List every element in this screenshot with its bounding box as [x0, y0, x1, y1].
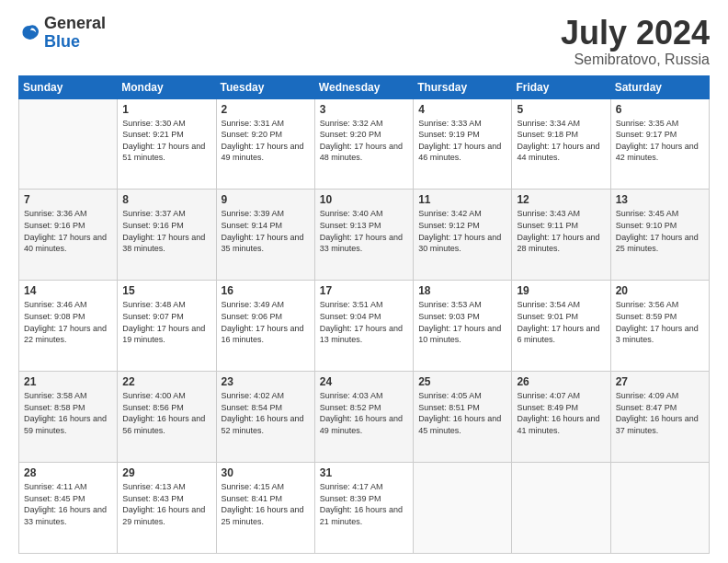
table-row: 15Sunrise: 3:48 AMSunset: 9:07 PMDayligh… [118, 281, 216, 372]
header-saturday: Saturday [610, 75, 709, 98]
day-info: Sunrise: 3:43 AMSunset: 9:11 PMDaylight:… [517, 208, 605, 254]
table-row: 21Sunrise: 3:58 AMSunset: 8:58 PMDayligh… [19, 372, 118, 463]
day-number: 10 [320, 193, 408, 206]
day-info: Sunrise: 3:56 AMSunset: 8:59 PMDaylight:… [616, 299, 704, 345]
day-number: 24 [320, 375, 408, 388]
day-info: Sunrise: 3:53 AMSunset: 9:03 PMDaylight:… [418, 299, 506, 345]
title-block: July 2024 Semibratovo, Russia [561, 15, 710, 68]
day-info: Sunrise: 4:15 AMSunset: 8:41 PMDaylight:… [222, 481, 310, 527]
day-info: Sunrise: 3:35 AMSunset: 9:17 PMDaylight:… [616, 118, 704, 164]
table-row [19, 98, 118, 190]
day-number: 6 [616, 103, 704, 116]
day-number: 23 [222, 375, 310, 388]
table-row [512, 463, 610, 554]
day-number: 21 [24, 375, 112, 388]
table-row: 18Sunrise: 3:53 AMSunset: 9:03 PMDayligh… [414, 281, 512, 372]
calendar-week-row: 28Sunrise: 4:11 AMSunset: 8:45 PMDayligh… [19, 463, 710, 554]
table-row [414, 463, 512, 554]
table-row: 20Sunrise: 3:56 AMSunset: 8:59 PMDayligh… [610, 281, 709, 372]
day-info: Sunrise: 3:31 AMSunset: 9:20 PMDaylight:… [222, 118, 310, 164]
day-number: 5 [517, 103, 605, 116]
day-number: 13 [616, 193, 704, 206]
day-info: Sunrise: 3:32 AMSunset: 9:20 PMDaylight:… [320, 118, 408, 164]
table-row: 19Sunrise: 3:54 AMSunset: 9:01 PMDayligh… [512, 281, 610, 372]
table-row: 3Sunrise: 3:32 AMSunset: 9:20 PMDaylight… [314, 98, 413, 190]
day-number: 15 [122, 284, 210, 297]
logo-icon [18, 22, 40, 44]
header-friday: Friday [512, 75, 610, 98]
day-number: 31 [320, 466, 408, 479]
table-row: 12Sunrise: 3:43 AMSunset: 9:11 PMDayligh… [512, 190, 610, 281]
table-row: 9Sunrise: 3:39 AMSunset: 9:14 PMDaylight… [216, 190, 314, 281]
day-number: 8 [122, 193, 210, 206]
day-number: 22 [122, 375, 210, 388]
table-row: 14Sunrise: 3:46 AMSunset: 9:08 PMDayligh… [19, 281, 118, 372]
calendar-week-row: 21Sunrise: 3:58 AMSunset: 8:58 PMDayligh… [19, 372, 710, 463]
table-row: 23Sunrise: 4:02 AMSunset: 8:54 PMDayligh… [216, 372, 314, 463]
table-row: 28Sunrise: 4:11 AMSunset: 8:45 PMDayligh… [19, 463, 118, 554]
table-row: 25Sunrise: 4:05 AMSunset: 8:51 PMDayligh… [414, 372, 512, 463]
table-row: 16Sunrise: 3:49 AMSunset: 9:06 PMDayligh… [216, 281, 314, 372]
table-row: 29Sunrise: 4:13 AMSunset: 8:43 PMDayligh… [118, 463, 216, 554]
calendar-week-row: 14Sunrise: 3:46 AMSunset: 9:08 PMDayligh… [19, 281, 710, 372]
header-monday: Monday [118, 75, 216, 98]
day-number: 16 [222, 284, 310, 297]
table-row: 26Sunrise: 4:07 AMSunset: 8:49 PMDayligh… [512, 372, 610, 463]
day-info: Sunrise: 4:07 AMSunset: 8:49 PMDaylight:… [517, 390, 605, 436]
table-row [610, 463, 709, 554]
day-info: Sunrise: 3:36 AMSunset: 9:16 PMDaylight:… [24, 208, 112, 254]
table-row: 24Sunrise: 4:03 AMSunset: 8:52 PMDayligh… [314, 372, 413, 463]
header: General Blue July 2024 Semibratovo, Russ… [18, 15, 710, 68]
header-thursday: Thursday [414, 75, 512, 98]
day-number: 2 [222, 103, 310, 116]
table-row: 7Sunrise: 3:36 AMSunset: 9:16 PMDaylight… [19, 190, 118, 281]
day-number: 1 [122, 103, 210, 116]
table-row: 2Sunrise: 3:31 AMSunset: 9:20 PMDaylight… [216, 98, 314, 190]
day-info: Sunrise: 4:17 AMSunset: 8:39 PMDaylight:… [320, 481, 408, 527]
day-number: 12 [517, 193, 605, 206]
page: General Blue July 2024 Semibratovo, Russ… [0, 0, 728, 563]
day-number: 7 [24, 193, 112, 206]
day-number: 28 [24, 466, 112, 479]
day-info: Sunrise: 3:45 AMSunset: 9:10 PMDaylight:… [616, 208, 704, 254]
table-row: 11Sunrise: 3:42 AMSunset: 9:12 PMDayligh… [414, 190, 512, 281]
table-row: 8Sunrise: 3:37 AMSunset: 9:16 PMDaylight… [118, 190, 216, 281]
day-number: 4 [418, 103, 506, 116]
table-row: 1Sunrise: 3:30 AMSunset: 9:21 PMDaylight… [118, 98, 216, 190]
day-info: Sunrise: 3:33 AMSunset: 9:19 PMDaylight:… [418, 118, 506, 164]
day-info: Sunrise: 4:03 AMSunset: 8:52 PMDaylight:… [320, 390, 408, 436]
table-row: 4Sunrise: 3:33 AMSunset: 9:19 PMDaylight… [414, 98, 512, 190]
day-info: Sunrise: 3:54 AMSunset: 9:01 PMDaylight:… [517, 299, 605, 345]
header-sunday: Sunday [19, 75, 118, 98]
subtitle: Semibratovo, Russia [561, 52, 710, 68]
logo-text: General Blue [44, 15, 106, 52]
table-row: 5Sunrise: 3:34 AMSunset: 9:18 PMDaylight… [512, 98, 610, 190]
table-row: 22Sunrise: 4:00 AMSunset: 8:56 PMDayligh… [118, 372, 216, 463]
day-info: Sunrise: 4:11 AMSunset: 8:45 PMDaylight:… [24, 481, 112, 527]
day-number: 19 [517, 284, 605, 297]
day-number: 17 [320, 284, 408, 297]
table-row: 6Sunrise: 3:35 AMSunset: 9:17 PMDaylight… [610, 98, 709, 190]
logo-general: General [44, 15, 106, 33]
weekday-header-row: Sunday Monday Tuesday Wednesday Thursday… [19, 75, 710, 98]
day-info: Sunrise: 3:34 AMSunset: 9:18 PMDaylight:… [517, 118, 605, 164]
calendar-week-row: 1Sunrise: 3:30 AMSunset: 9:21 PMDaylight… [19, 98, 710, 190]
calendar: Sunday Monday Tuesday Wednesday Thursday… [18, 75, 710, 554]
main-title: July 2024 [561, 15, 710, 52]
day-info: Sunrise: 3:37 AMSunset: 9:16 PMDaylight:… [122, 208, 210, 254]
day-info: Sunrise: 4:05 AMSunset: 8:51 PMDaylight:… [418, 390, 506, 436]
day-info: Sunrise: 4:00 AMSunset: 8:56 PMDaylight:… [122, 390, 210, 436]
logo: General Blue [18, 15, 106, 52]
day-number: 30 [222, 466, 310, 479]
day-info: Sunrise: 3:48 AMSunset: 9:07 PMDaylight:… [122, 299, 210, 345]
day-info: Sunrise: 3:30 AMSunset: 9:21 PMDaylight:… [122, 118, 210, 164]
header-tuesday: Tuesday [216, 75, 314, 98]
day-number: 14 [24, 284, 112, 297]
day-number: 9 [222, 193, 310, 206]
day-info: Sunrise: 4:09 AMSunset: 8:47 PMDaylight:… [616, 390, 704, 436]
day-info: Sunrise: 3:58 AMSunset: 8:58 PMDaylight:… [24, 390, 112, 436]
table-row: 30Sunrise: 4:15 AMSunset: 8:41 PMDayligh… [216, 463, 314, 554]
day-info: Sunrise: 3:42 AMSunset: 9:12 PMDaylight:… [418, 208, 506, 254]
day-info: Sunrise: 3:39 AMSunset: 9:14 PMDaylight:… [222, 208, 310, 254]
day-number: 3 [320, 103, 408, 116]
